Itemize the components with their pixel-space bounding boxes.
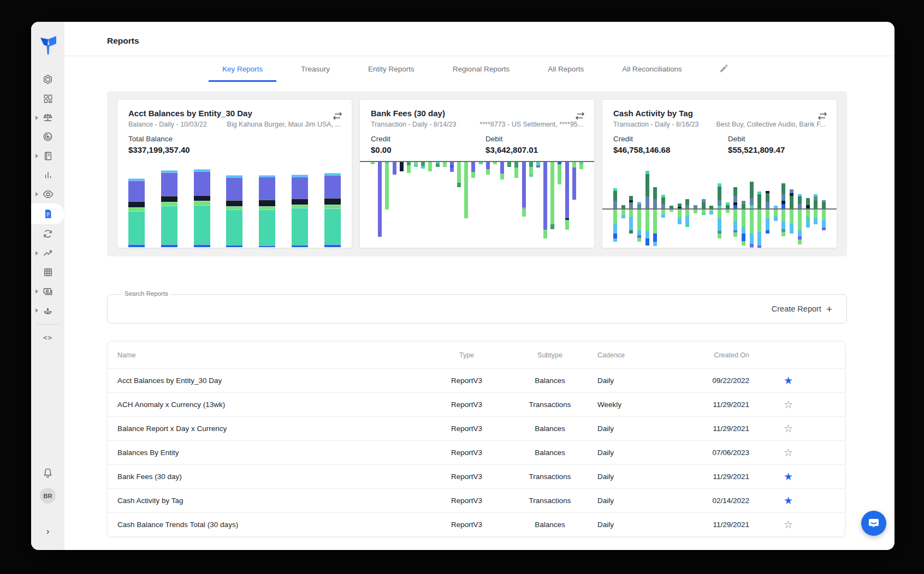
sidebar-item-hexagon-hub[interactable] — [31, 70, 64, 89]
bank-fees-chart — [360, 161, 594, 247]
sidebar-expand-chevron[interactable]: › — [46, 527, 50, 536]
target-icon — [43, 131, 53, 142]
cell-name: ACH Anomaly x Currency (13wk) — [108, 400, 424, 409]
cell-subtype: Balances — [509, 376, 591, 385]
balance-scale-icon — [43, 112, 53, 123]
code-icon[interactable]: <> — [31, 328, 64, 347]
swap-arrows-icon[interactable] — [332, 112, 343, 122]
sidebar-item-ledger[interactable] — [31, 146, 64, 165]
cell-cadence: Daily — [591, 424, 678, 433]
star-filled-icon[interactable]: ★ — [766, 495, 845, 506]
cell-subtype: Transactions — [509, 400, 591, 409]
sidebar-item-target[interactable] — [31, 127, 64, 146]
card-title: Acct Balances by Entity_30 Day — [128, 109, 341, 118]
main-panel: Reports Key ReportsTreasuryEntity Report… — [64, 22, 895, 550]
cell-cadence: Weekly — [591, 400, 678, 409]
trovata-bird-logo[interactable] — [31, 22, 64, 70]
star-outline-icon[interactable]: ☆ — [766, 423, 845, 434]
card-title: Bank Fees (30 day) — [371, 109, 583, 118]
avatar[interactable]: BR — [40, 488, 56, 504]
star-filled-icon[interactable]: ★ — [766, 375, 845, 386]
content: Acct Balances by Entity_30 Day Balance -… — [107, 82, 847, 537]
sidebar-item-eye[interactable] — [31, 184, 64, 204]
sidebar-item-bar-chart[interactable] — [31, 165, 64, 184]
cell-cadence: Daily — [591, 497, 678, 505]
cell-name: Cash Balance Trends Total (30 days) — [108, 521, 424, 529]
banknote-icon — [43, 286, 53, 296]
tab-all-reconciliations[interactable]: All Reconciliations — [607, 56, 697, 82]
table-row[interactable]: Acct Balances by Entity_30 DayReportV3Ba… — [108, 368, 845, 392]
plus-icon: + — [826, 304, 832, 314]
table-row[interactable]: Cash Activity by TagReportV3Transactions… — [108, 488, 845, 512]
hexagon-hub-icon — [43, 74, 53, 85]
stat-label: Debit — [485, 135, 583, 143]
card-meta-right: Big Kahuna Burger, Maui Jim USA, ... — [227, 121, 341, 128]
sidebar-item-sprout[interactable] — [31, 301, 64, 320]
cell-cadence: Daily — [591, 521, 678, 529]
star-outline-icon[interactable]: ☆ — [766, 519, 845, 530]
stat-label: Total Balance — [128, 135, 341, 143]
sidebar-item-sync[interactable] — [31, 224, 64, 243]
stat-credit: Credit $46,758,146.68 — [613, 135, 728, 154]
stat-debit: Debit $3,642,807.01 — [485, 135, 583, 154]
stat-label: Credit — [371, 135, 485, 143]
table-row[interactable]: Bank Fees (30 day)ReportV3TransactionsDa… — [108, 464, 845, 488]
sidebar-item-dashboard[interactable] — [31, 89, 64, 108]
search-label: Search Reports — [122, 290, 171, 297]
swap-arrows-icon[interactable] — [574, 112, 585, 122]
report-card-cash-activity[interactable]: Cash Activity by Tag Transaction - Daily… — [602, 99, 837, 248]
page-title: Reports — [107, 36, 895, 46]
tab-treasury[interactable]: Treasury — [286, 56, 345, 82]
star-outline-icon[interactable]: ☆ — [766, 447, 845, 458]
search-input[interactable] — [108, 295, 757, 323]
report-card-bank-fees[interactable]: Bank Fees (30 day) Transaction - Daily -… — [359, 99, 595, 248]
tab-key-reports[interactable]: Key Reports — [208, 56, 277, 82]
cell-type: ReportV3 — [424, 400, 509, 409]
star-filled-icon[interactable]: ★ — [766, 471, 845, 482]
cell-created-on: 11/29/2021 — [678, 473, 766, 481]
sidebar-item-grid[interactable] — [31, 262, 64, 282]
stat-label: Credit — [613, 135, 728, 143]
sidebar-item-balance-scale[interactable] — [31, 108, 64, 127]
tab-entity-reports[interactable]: Entity Reports — [353, 56, 429, 82]
cell-type: ReportV3 — [424, 424, 509, 433]
cell-cadence: Daily — [591, 473, 678, 481]
stat-value: $337,199,357.40 — [128, 145, 341, 154]
cell-name: Balance Report x Day x Currency — [108, 424, 424, 433]
bell-icon[interactable] — [43, 463, 53, 482]
ledger-icon — [43, 151, 53, 161]
star-outline-icon[interactable]: ☆ — [766, 399, 845, 410]
table-row[interactable]: ACH Anomaly x Currency (13wk)ReportV3Tra… — [108, 392, 845, 416]
sidebar-bottom: BR › — [31, 463, 64, 550]
report-card-acct-balances[interactable]: Acct Balances by Entity_30 Day Balance -… — [117, 99, 352, 248]
col-header-Subtype: Subtype — [509, 351, 591, 359]
create-report-button[interactable]: Create Report + — [757, 304, 846, 314]
table-row[interactable]: Balance Report x Day x CurrencyReportV3B… — [108, 416, 845, 440]
sidebar-item-trend-line[interactable] — [31, 243, 64, 262]
cell-type: ReportV3 — [424, 449, 509, 457]
stat-value: $3,642,807.01 — [485, 145, 583, 154]
sidebar-item-document[interactable] — [31, 204, 64, 224]
cell-type: ReportV3 — [424, 521, 509, 529]
cell-subtype: Balances — [509, 449, 591, 457]
table-header-row: NameTypeSubtypeCadenceCreated On — [108, 342, 845, 368]
sidebar-item-banknote[interactable] — [31, 282, 64, 301]
cell-name: Bank Fees (30 day) — [108, 473, 424, 481]
acct-balances-chart — [117, 161, 352, 247]
table-row[interactable]: Balances By EntityReportV3BalancesDaily0… — [108, 440, 845, 464]
cash-activity-chart — [602, 161, 837, 247]
document-icon — [43, 209, 53, 219]
stat-label: Debit — [728, 135, 826, 143]
cell-type: ReportV3 — [424, 376, 509, 385]
chat-bubble-icon[interactable] — [861, 511, 886, 536]
pencil-icon[interactable] — [706, 56, 741, 82]
sidebar-divider — [37, 324, 59, 325]
card-meta-left: Transaction - Daily - 8/14/23 — [371, 121, 457, 128]
tab-all-reports[interactable]: All Reports — [533, 56, 599, 82]
tab-regional-reports[interactable]: Regional Reports — [438, 56, 524, 82]
swap-arrows-icon[interactable] — [817, 112, 828, 122]
table-row[interactable]: Cash Balance Trends Total (30 days)Repor… — [108, 512, 845, 536]
col-header-Name: Name — [108, 351, 424, 359]
sync-icon — [43, 229, 53, 239]
card-meta: Balance - Daily - 10/03/22 Big Kahuna Bu… — [128, 121, 341, 128]
